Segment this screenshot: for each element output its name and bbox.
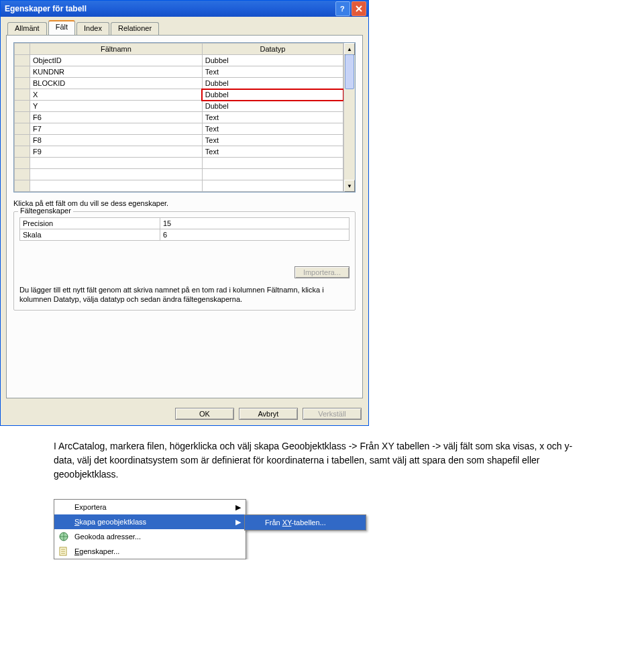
prop-value[interactable]: 6 [160,229,350,241]
field-name-cell[interactable] [30,158,203,169]
menu-item-egenskaper[interactable]: Egenskaper... [54,544,246,559]
menu-label: Från XY-tabellen... [265,518,362,527]
field-type-cell[interactable] [202,169,343,180]
submenu[interactable]: Från XY-tabellen... [244,514,366,531]
scroll-thumb[interactable] [345,54,354,89]
field-name-cell[interactable]: F7 [30,123,203,135]
sheet-icon [57,545,70,557]
col-fieldname[interactable]: Fältnamn [30,44,203,55]
prop-value[interactable]: 15 [160,218,350,229]
field-type-cell[interactable]: Text [202,146,343,158]
field-type-cell[interactable]: Dubbel [202,55,343,66]
tabs: Allmänt Fält Index Relationer [7,21,363,35]
row-header[interactable] [15,123,30,135]
field-type-cell[interactable]: Text [202,112,343,123]
scroll-up-button[interactable]: ▲ [344,43,355,55]
ok-button[interactable]: OK [175,408,234,420]
field-name-cell[interactable]: X [30,89,203,101]
grid-scrollbar[interactable]: ▲ ▼ [343,43,355,192]
row-header[interactable] [15,89,30,101]
blank-icon [57,501,70,513]
corner-header [15,44,30,55]
row-header[interactable] [15,112,30,123]
field-type-cell[interactable] [202,180,343,192]
tab-relationer[interactable]: Relationer [111,22,159,36]
menu-item-exportera[interactable]: Exportera ▶ [54,500,246,514]
row-header[interactable] [15,135,30,146]
field-type-cell[interactable]: Text [202,66,343,78]
properties-dialog: Egenskaper för tabell ? Allmänt Fält Ind… [0,0,369,426]
blank-icon [248,516,261,529]
properties-table[interactable]: Precision 15 Skala 6 [19,217,350,241]
tab-allmant[interactable]: Allmänt [7,22,47,36]
row-header[interactable] [15,146,30,158]
menu-label: Geokoda adresser... [74,533,241,541]
help-text: Du lägger till ett nytt fält genom att s… [19,285,350,305]
field-name-cell[interactable]: F9 [30,146,203,158]
window-title: Egenskaper för tabell [5,4,87,13]
field-name-cell[interactable]: ObjectID [30,55,203,66]
field-name-cell[interactable]: F6 [30,112,203,123]
submenu-arrow-icon: ▶ [235,503,241,512]
import-button[interactable]: Importera... [294,266,350,278]
field-name-cell[interactable] [30,169,203,180]
tab-falt[interactable]: Fält [48,20,75,35]
menu-label: Exportera [74,503,235,511]
submenu-item-fran-xy[interactable]: Från XY-tabellen... [245,515,366,530]
menu-label: Egenskaper... [74,547,241,555]
row-header[interactable] [15,55,30,66]
context-menu[interactable]: Exportera ▶ Skapa geoobjektklass ▶ Geoko… [54,499,246,559]
field-name-cell[interactable]: BLOCKID [30,78,203,89]
field-name-cell[interactable]: KUNDNR [30,66,203,78]
field-type-cell[interactable]: Dubbel [202,78,343,89]
row-header[interactable] [15,158,30,169]
field-type-cell[interactable]: Text [202,135,343,146]
field-type-cell[interactable]: Text [202,123,343,135]
globe-icon [57,531,70,543]
row-header[interactable] [15,169,30,180]
field-type-cell-highlight[interactable]: Dubbel [202,89,343,101]
titlebar[interactable]: Egenskaper för tabell ? [1,1,368,17]
row-header[interactable] [15,180,30,192]
blank-icon [57,516,70,528]
menu-item-skapa-geoobjektklass[interactable]: Skapa geoobjektklass ▶ [54,514,246,529]
field-type-cell[interactable] [202,158,343,169]
field-name-cell[interactable]: Y [30,101,203,112]
fieldset-legend: Fältegenskaper [18,207,73,215]
prop-label[interactable]: Skala [20,229,160,241]
scroll-down-button[interactable]: ▼ [344,180,355,192]
menu-label: Skapa geoobjektklass [74,518,235,526]
tab-panel: Fältnamn Datatyp ObjectIDDubbel KUNDNRTe… [6,35,363,398]
row-header[interactable] [15,101,30,112]
close-button[interactable] [352,1,366,16]
document-paragraph: I ArcCatalog, markera filen, högerklicka… [54,439,577,482]
dialog-buttons: OK Avbryt Verkställ [1,404,368,425]
field-grid[interactable]: Fältnamn Datatyp ObjectIDDubbel KUNDNRTe… [13,42,356,192]
row-header[interactable] [15,78,30,89]
svg-text:?: ? [340,5,345,13]
help-button[interactable]: ? [335,1,350,16]
field-name-cell[interactable]: F8 [30,135,203,146]
field-name-cell[interactable] [30,180,203,192]
field-properties-group: Fältegenskaper Precision 15 Skala 6 Impo… [13,211,356,311]
field-type-cell[interactable]: Dubbel [202,101,343,112]
cancel-button[interactable]: Avbryt [239,408,298,420]
tab-index[interactable]: Index [76,22,109,36]
menu-item-geokoda[interactable]: Geokoda adresser... [54,529,246,544]
prop-label[interactable]: Precision [20,218,160,229]
col-datatype[interactable]: Datatyp [202,44,343,55]
apply-button[interactable]: Verkställ [303,408,362,420]
row-header[interactable] [15,66,30,78]
submenu-arrow-icon: ▶ [235,518,241,527]
